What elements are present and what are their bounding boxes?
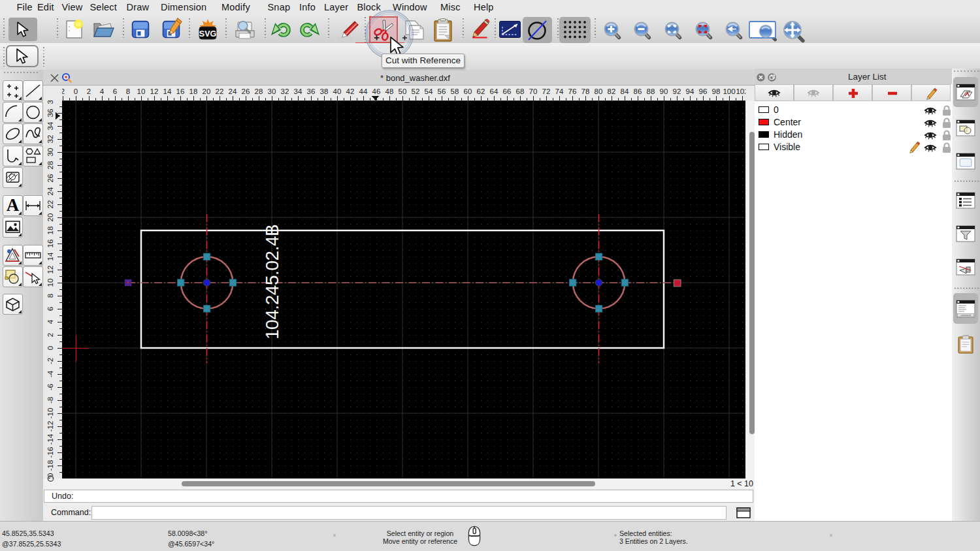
svg-text:70: 70 — [529, 87, 538, 95]
svg-text:20: 20 — [203, 87, 211, 95]
svg-text:46: 46 — [372, 87, 381, 95]
svg-text:22: 22 — [46, 200, 54, 209]
svg-text:62: 62 — [477, 87, 485, 95]
svg-text:4: 4 — [46, 319, 54, 324]
svg-text:50: 50 — [399, 87, 407, 95]
svg-text:A: A — [7, 196, 20, 215]
svg-text:-6: -6 — [46, 384, 54, 390]
svg-text:84: 84 — [621, 87, 629, 95]
svg-text:4: 4 — [100, 87, 105, 95]
svg-text:100: 100 — [723, 87, 735, 95]
svg-text:18: 18 — [46, 227, 54, 235]
svg-text:92: 92 — [673, 87, 681, 95]
svg-text:32: 32 — [281, 87, 289, 95]
svg-text:10: 10 — [137, 87, 146, 95]
svg-text:34: 34 — [46, 121, 54, 130]
svg-text:34: 34 — [294, 87, 302, 95]
svg-text:16: 16 — [176, 87, 185, 95]
svg-text:20: 20 — [46, 213, 54, 222]
svg-text:68: 68 — [516, 87, 525, 95]
svg-text:2: 2 — [62, 87, 65, 95]
svg-text:32: 32 — [46, 135, 54, 144]
svg-text:96: 96 — [699, 87, 708, 95]
svg-text:14: 14 — [163, 87, 172, 95]
svg-text:38: 38 — [46, 101, 54, 104]
svg-text:-12: -12 — [46, 421, 54, 432]
svg-text:58: 58 — [451, 87, 459, 95]
svg-text:78: 78 — [581, 87, 590, 95]
svg-text:88: 88 — [647, 87, 655, 95]
svg-text:74: 74 — [555, 87, 564, 95]
svg-text:28: 28 — [255, 87, 263, 95]
svg-text:64: 64 — [490, 87, 498, 95]
svg-text:56: 56 — [438, 87, 446, 95]
svg-text:30: 30 — [46, 148, 54, 157]
svg-text:10: 10 — [46, 279, 54, 287]
svg-text:2: 2 — [46, 333, 54, 337]
svg-text:60: 60 — [464, 87, 472, 95]
svg-text:48: 48 — [385, 87, 394, 95]
svg-text:94: 94 — [686, 87, 694, 95]
svg-text:54: 54 — [425, 87, 433, 95]
svg-text:52: 52 — [412, 87, 420, 95]
svg-text:90: 90 — [660, 87, 668, 95]
svg-text:72: 72 — [542, 87, 551, 95]
svg-text:42: 42 — [346, 87, 355, 95]
svg-text:12: 12 — [46, 266, 54, 274]
svg-text:12: 12 — [150, 87, 159, 95]
svg-text:22: 22 — [216, 87, 224, 95]
svg-text:44: 44 — [359, 87, 368, 95]
svg-text:6: 6 — [46, 307, 54, 311]
svg-text:28: 28 — [46, 161, 54, 170]
svg-text:98: 98 — [712, 87, 721, 95]
svg-text:-18: -18 — [46, 460, 54, 471]
svg-text:-2: -2 — [46, 358, 54, 364]
svg-text:40: 40 — [333, 87, 342, 95]
svg-text:2: 2 — [87, 87, 91, 95]
svg-text:8: 8 — [126, 87, 130, 95]
svg-text:6: 6 — [113, 87, 117, 95]
svg-text:24: 24 — [46, 187, 54, 195]
svg-text:-4: -4 — [46, 370, 54, 377]
svg-text:-8: -8 — [46, 397, 54, 403]
svg-text:66: 66 — [503, 87, 512, 95]
svg-text:0: 0 — [46, 346, 54, 350]
svg-text:82: 82 — [608, 87, 616, 95]
svg-text:80: 80 — [595, 87, 603, 95]
svg-text:26: 26 — [46, 174, 54, 183]
svg-text:24: 24 — [229, 87, 237, 95]
svg-text:command: command — [960, 314, 970, 317]
svg-text:8: 8 — [46, 294, 54, 298]
svg-text:86: 86 — [634, 87, 642, 95]
svg-text:16: 16 — [46, 240, 54, 248]
svg-text:SVG: SVG — [199, 29, 216, 39]
svg-text:102: 102 — [736, 87, 745, 95]
svg-text:-10: -10 — [46, 408, 54, 419]
svg-text:30: 30 — [268, 87, 276, 95]
svg-text:76: 76 — [568, 87, 577, 95]
svg-text:26: 26 — [242, 87, 250, 95]
svg-text:36: 36 — [46, 109, 54, 118]
svg-text:36: 36 — [307, 87, 316, 95]
svg-text:-14: -14 — [46, 433, 54, 445]
svg-text:38: 38 — [320, 87, 329, 95]
svg-text:14: 14 — [46, 252, 54, 260]
svg-text:-16: -16 — [46, 447, 54, 458]
svg-text:104.245.02.4B: 104.245.02.4B — [262, 225, 282, 339]
svg-text:0: 0 — [74, 87, 78, 95]
svg-text:18: 18 — [189, 87, 198, 95]
